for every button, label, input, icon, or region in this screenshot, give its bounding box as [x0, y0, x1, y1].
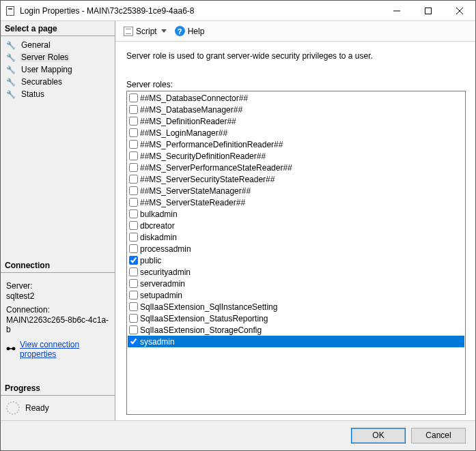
- script-button[interactable]: Script: [121, 25, 169, 38]
- sidebar-item-label: General: [20, 40, 52, 50]
- script-icon: [124, 27, 133, 36]
- role-name: SqlIaaSExtension_StatusReporting: [140, 314, 268, 323]
- cancel-button[interactable]: Cancel: [411, 428, 466, 443]
- wrench-icon: 🔧: [6, 78, 16, 86]
- role-checkbox[interactable]: [129, 325, 138, 334]
- role-name: ##MS_PerformanceDefinitionReader##: [140, 140, 283, 149]
- role-item[interactable]: ##MS_ServerSecurityStateReader##: [128, 173, 464, 185]
- role-item[interactable]: ##MS_DefinitionReader##: [128, 115, 464, 127]
- role-item[interactable]: public: [128, 254, 464, 266]
- role-checkbox[interactable]: [129, 221, 138, 230]
- sidebar-item-label: Status: [20, 89, 46, 99]
- role-name: ##MS_LoginManager##: [140, 128, 227, 138]
- role-item[interactable]: ##MS_ServerPerformanceStateReader##: [128, 162, 464, 173]
- view-connection-properties-link[interactable]: View connection properties: [20, 340, 111, 359]
- connection-heading: Connection: [1, 258, 115, 273]
- sidebar-item-general[interactable]: 🔧General: [1, 39, 115, 51]
- wrench-icon: 🔧: [6, 91, 16, 98]
- page-list: 🔧General🔧Server Roles🔧User Mapping🔧Secur…: [1, 36, 115, 103]
- role-item[interactable]: ##MS_SecurityDefinitionReader##: [128, 150, 464, 162]
- role-item[interactable]: setupadmin: [128, 289, 464, 301]
- role-checkbox[interactable]: [129, 105, 138, 114]
- role-checkbox[interactable]: [129, 302, 138, 311]
- role-item[interactable]: bulkadmin: [128, 208, 464, 220]
- role-name: public: [140, 256, 161, 265]
- role-name: serveradmin: [140, 279, 185, 289]
- window-title: Login Properties - MAIN\73c25389-1ce9-4a…: [20, 6, 381, 16]
- role-checkbox[interactable]: [129, 151, 138, 160]
- svg-rect-1: [425, 8, 432, 14]
- server-roles-list[interactable]: ##MS_DatabaseConnector####MS_DatabaseMan…: [126, 91, 466, 415]
- close-button[interactable]: [444, 1, 475, 20]
- connection-value: MAIN\2263c265-8b6c-4c1a-b: [6, 315, 111, 334]
- role-item[interactable]: processadmin: [128, 243, 464, 254]
- role-name: ##MS_ServerSecurityStateReader##: [140, 175, 275, 184]
- role-checkbox[interactable]: [129, 186, 138, 195]
- role-checkbox[interactable]: [129, 256, 138, 265]
- role-checkbox[interactable]: [129, 163, 138, 172]
- role-checkbox[interactable]: [129, 244, 138, 253]
- role-item[interactable]: serveradmin: [128, 278, 464, 289]
- role-checkbox[interactable]: [129, 198, 138, 207]
- help-button[interactable]: ? Help: [172, 25, 208, 38]
- role-item[interactable]: ##MS_DatabaseConnector##: [128, 92, 464, 104]
- role-checkbox[interactable]: [129, 209, 138, 218]
- sidebar-item-label: User Mapping: [20, 65, 74, 74]
- role-name: SqlIaaSExtension_SqlInstanceSetting: [140, 302, 277, 312]
- sidebar-item-securables[interactable]: 🔧Securables: [1, 76, 115, 88]
- connection-icon: [6, 345, 16, 355]
- wrench-icon: 🔧: [6, 66, 16, 74]
- wrench-icon: 🔧: [6, 42, 16, 49]
- role-checkbox[interactable]: [129, 117, 138, 126]
- minimize-button[interactable]: [381, 1, 412, 20]
- role-name: ##MS_SecurityDefinitionReader##: [140, 151, 266, 161]
- role-checkbox[interactable]: [129, 291, 138, 300]
- role-checkbox[interactable]: [129, 140, 138, 149]
- pages-heading: Select a page: [1, 21, 115, 36]
- role-item[interactable]: dbcreator: [128, 220, 464, 231]
- role-item[interactable]: SqlIaaSExtension_StatusReporting: [128, 312, 464, 324]
- role-name: SqlIaaSExtension_StorageConfig: [140, 325, 262, 335]
- role-item[interactable]: ##MS_ServerStateManager##: [128, 185, 464, 197]
- role-name: ##MS_ServerPerformanceStateReader##: [140, 163, 292, 173]
- role-checkbox[interactable]: [129, 337, 138, 346]
- role-item[interactable]: diskadmin: [128, 231, 464, 243]
- role-checkbox[interactable]: [129, 93, 138, 102]
- role-checkbox[interactable]: [129, 314, 138, 323]
- sidebar-item-label: Securables: [20, 77, 64, 87]
- sidebar-item-status[interactable]: 🔧Status: [1, 88, 115, 100]
- role-checkbox[interactable]: [129, 128, 138, 137]
- progress-status: Ready: [25, 403, 49, 413]
- role-item[interactable]: SqlIaaSExtension_SqlInstanceSetting: [128, 301, 464, 312]
- role-item[interactable]: securityadmin: [128, 266, 464, 278]
- sidebar-item-user-mapping[interactable]: 🔧User Mapping: [1, 63, 115, 76]
- toolbar: Script ? Help: [115, 21, 475, 42]
- role-checkbox[interactable]: [129, 175, 138, 184]
- role-item[interactable]: SqlIaaSExtension_StorageConfig: [128, 324, 464, 336]
- role-item[interactable]: ##MS_PerformanceDefinitionReader##: [128, 139, 464, 150]
- help-icon: ?: [175, 26, 185, 36]
- role-item[interactable]: ##MS_LoginManager##: [128, 127, 464, 139]
- role-name: dbcreator: [140, 221, 175, 231]
- role-item[interactable]: ##MS_DatabaseManager##: [128, 104, 464, 115]
- role-checkbox[interactable]: [129, 279, 138, 288]
- role-checkbox[interactable]: [129, 233, 138, 242]
- titlebar: Login Properties - MAIN\73c25389-1ce9-4a…: [1, 1, 475, 21]
- role-name: securityadmin: [140, 267, 191, 277]
- sidebar-item-server-roles[interactable]: 🔧Server Roles: [1, 51, 115, 63]
- wrench-icon: 🔧: [6, 54, 16, 61]
- server-value: sqltest2: [6, 291, 111, 301]
- ok-button[interactable]: OK: [351, 428, 406, 443]
- role-checkbox[interactable]: [129, 267, 138, 276]
- chevron-down-icon: [161, 29, 167, 33]
- footer: OK Cancel: [1, 420, 475, 450]
- svg-point-4: [7, 347, 10, 350]
- role-name: sysadmin: [140, 337, 175, 347]
- maximize-button[interactable]: [412, 1, 444, 20]
- progress-heading: Progress: [1, 381, 115, 396]
- role-item[interactable]: sysadmin: [128, 336, 464, 347]
- role-name: ##MS_DatabaseManager##: [140, 105, 242, 115]
- role-item[interactable]: ##MS_ServerStateReader##: [128, 197, 464, 208]
- progress-block: Ready: [1, 396, 115, 420]
- script-label: Script: [136, 27, 157, 36]
